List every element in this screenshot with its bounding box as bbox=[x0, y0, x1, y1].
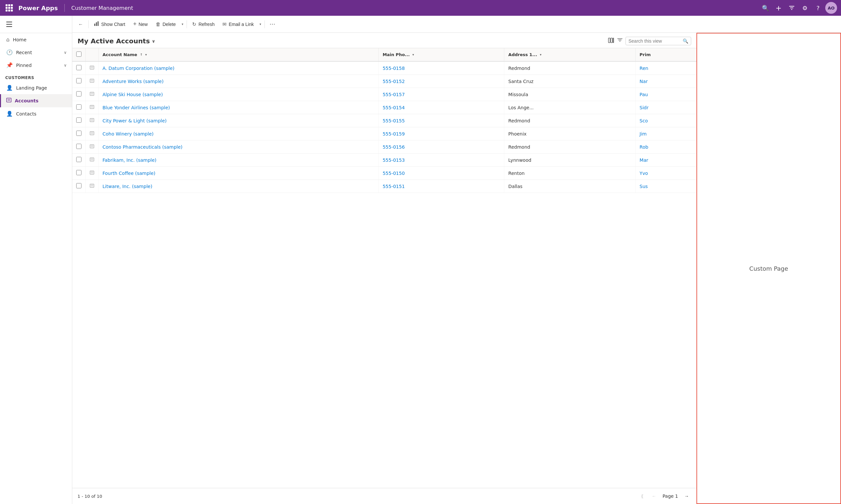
toolbar-divider-1 bbox=[88, 20, 89, 28]
row-phone[interactable]: 555-0152 bbox=[378, 75, 504, 88]
search-icon[interactable]: 🔍 bbox=[683, 38, 688, 43]
svg-rect-0 bbox=[6, 98, 11, 102]
row-account-name[interactable]: A. Datum Corporation (sample) bbox=[99, 61, 379, 75]
sidebar-item-contacts[interactable]: 👤 Contacts bbox=[0, 107, 72, 120]
row-checkbox[interactable] bbox=[76, 144, 82, 149]
row-primary[interactable]: Sco bbox=[635, 114, 697, 127]
col-dropdown-icon[interactable]: ▾ bbox=[540, 53, 542, 56]
svg-rect-12 bbox=[90, 79, 94, 83]
svg-rect-3 bbox=[94, 24, 95, 26]
prev-page-button[interactable]: ← bbox=[650, 491, 659, 501]
sidebar-item-accounts[interactable]: Accounts bbox=[0, 94, 72, 107]
row-phone[interactable]: 555-0156 bbox=[378, 141, 504, 154]
help-nav-btn[interactable]: ? bbox=[812, 2, 824, 14]
svg-rect-36 bbox=[90, 184, 94, 187]
accounts-table: Account Name ↑ ▾ Main Pho... ▾ bbox=[72, 48, 697, 193]
row-account-name[interactable]: Contoso Pharmaceuticals (sample) bbox=[99, 141, 379, 154]
row-account-name[interactable]: Blue Yonder Airlines (sample) bbox=[99, 101, 379, 114]
row-account-name[interactable]: Litware, Inc. (sample) bbox=[99, 180, 379, 193]
ham-line-3 bbox=[6, 26, 12, 27]
add-nav-btn[interactable]: + bbox=[773, 2, 785, 14]
row-account-name[interactable]: City Power & Light (sample) bbox=[99, 114, 379, 127]
row-primary[interactable]: Ren bbox=[635, 61, 697, 75]
row-account-name[interactable]: Fourth Coffee (sample) bbox=[99, 167, 379, 180]
col-dropdown-icon[interactable]: ▾ bbox=[412, 53, 414, 56]
row-checkbox[interactable] bbox=[76, 118, 82, 123]
select-all-checkbox[interactable] bbox=[76, 52, 82, 57]
th-checkbox bbox=[72, 48, 86, 61]
row-entity-icon bbox=[90, 183, 94, 189]
row-checkbox[interactable] bbox=[76, 170, 82, 175]
row-checkbox[interactable] bbox=[76, 78, 82, 83]
show-chart-button[interactable]: Show Chart bbox=[91, 19, 128, 29]
row-primary[interactable]: Mar bbox=[635, 154, 697, 167]
home-icon: ⌂ bbox=[6, 36, 10, 43]
row-phone[interactable]: 555-0155 bbox=[378, 114, 504, 127]
search-input[interactable] bbox=[629, 38, 681, 43]
first-page-button[interactable]: ⟪ bbox=[638, 491, 647, 501]
refresh-label: Refresh bbox=[199, 22, 214, 27]
nav-icons: 🔍 + ⚙ ? AO bbox=[759, 2, 837, 14]
row-phone[interactable]: 555-0159 bbox=[378, 127, 504, 141]
table-body: A. Datum Corporation (sample) 555-0158 R… bbox=[72, 61, 697, 193]
refresh-button[interactable]: ↻ Refresh bbox=[189, 19, 218, 29]
view-header-actions: 🔍 bbox=[608, 37, 691, 45]
row-checkbox[interactable] bbox=[76, 104, 82, 110]
email-link-button[interactable]: ✉ Email a Link bbox=[219, 19, 257, 29]
row-primary[interactable]: Sidr bbox=[635, 101, 697, 114]
row-primary[interactable]: Pau bbox=[635, 88, 697, 101]
th-account-name[interactable]: Account Name ↑ ▾ bbox=[99, 48, 379, 61]
columns-icon[interactable] bbox=[608, 37, 614, 45]
sidebar-item-pinned[interactable]: 📌 Pinned ∨ bbox=[0, 59, 72, 72]
row-checkbox[interactable] bbox=[76, 91, 82, 96]
more-button[interactable]: ··· bbox=[267, 19, 278, 29]
row-account-name[interactable]: Alpine Ski House (sample) bbox=[99, 88, 379, 101]
delete-dropdown-button[interactable]: ▾ bbox=[181, 20, 185, 28]
row-phone[interactable]: 555-0154 bbox=[378, 101, 504, 114]
row-phone[interactable]: 555-0151 bbox=[378, 180, 504, 193]
row-address: Dallas bbox=[504, 180, 635, 193]
email-dropdown-button[interactable]: ▾ bbox=[258, 20, 262, 28]
svg-rect-7 bbox=[611, 38, 612, 43]
filter-icon[interactable] bbox=[617, 37, 623, 44]
sidebar-item-landing-page[interactable]: 👤 Landing Page bbox=[0, 82, 72, 94]
row-checkbox-cell bbox=[72, 75, 86, 88]
row-primary[interactable]: Rob bbox=[635, 141, 697, 154]
row-primary[interactable]: Nar bbox=[635, 75, 697, 88]
sidebar-item-home[interactable]: ⌂ Home bbox=[0, 33, 72, 46]
row-account-name[interactable]: Adventure Works (sample) bbox=[99, 75, 379, 88]
search-nav-btn[interactable]: 🔍 bbox=[759, 2, 771, 14]
avatar[interactable]: AO bbox=[825, 2, 837, 14]
waffle-menu[interactable] bbox=[4, 3, 15, 13]
row-checkbox[interactable] bbox=[76, 183, 82, 188]
next-page-button[interactable]: → bbox=[682, 491, 691, 501]
row-checkbox[interactable] bbox=[76, 157, 82, 162]
row-address: Santa Cruz bbox=[504, 75, 635, 88]
view-title-chevron-icon[interactable]: ∨ bbox=[152, 39, 155, 43]
row-phone[interactable]: 555-0158 bbox=[378, 61, 504, 75]
th-main-phone[interactable]: Main Pho... ▾ bbox=[378, 48, 504, 61]
sidebar-item-recent[interactable]: 🕐 Recent ∨ bbox=[0, 46, 72, 59]
table-row: Coho Winery (sample) 555-0159 Phoenix Ji… bbox=[72, 127, 697, 141]
row-primary[interactable]: Jim bbox=[635, 127, 697, 141]
row-primary[interactable]: Sus bbox=[635, 180, 697, 193]
row-checkbox[interactable] bbox=[76, 131, 82, 136]
new-button[interactable]: + New bbox=[130, 19, 151, 30]
row-account-name[interactable]: Fabrikam, Inc. (sample) bbox=[99, 154, 379, 167]
row-phone[interactable]: 555-0157 bbox=[378, 88, 504, 101]
row-icon-cell bbox=[86, 61, 99, 75]
row-primary[interactable]: Yvo bbox=[635, 167, 697, 180]
back-button[interactable]: ← bbox=[75, 19, 86, 29]
row-phone[interactable]: 555-0153 bbox=[378, 154, 504, 167]
pinned-icon: 📌 bbox=[6, 62, 13, 68]
hamburger-btn[interactable] bbox=[4, 19, 15, 30]
filter-nav-btn[interactable] bbox=[786, 2, 797, 14]
row-phone[interactable]: 555-0150 bbox=[378, 167, 504, 180]
sort-dropdown-icon[interactable]: ▾ bbox=[145, 53, 147, 56]
top-nav: Power Apps Customer Management 🔍 + ⚙ ? A… bbox=[0, 0, 841, 16]
row-checkbox[interactable] bbox=[76, 65, 82, 70]
th-address[interactable]: Address 1... ▾ bbox=[504, 48, 635, 61]
delete-button[interactable]: 🗑 Delete bbox=[152, 19, 179, 29]
row-account-name[interactable]: Coho Winery (sample) bbox=[99, 127, 379, 141]
settings-nav-btn[interactable]: ⚙ bbox=[799, 2, 811, 14]
